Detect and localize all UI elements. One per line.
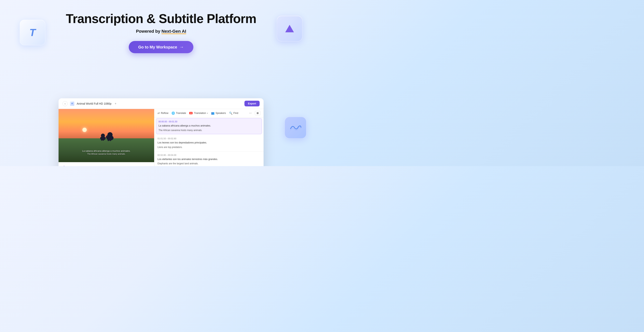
chevron-down-icon: ▾ xyxy=(207,112,208,114)
ai-badge: AI xyxy=(189,112,192,114)
transcript-row-3[interactable]: 02:02.80 - 00:04.00 Los elefantes son lo… xyxy=(154,152,264,166)
elephant-silhouette xyxy=(98,130,114,142)
video-panel: La sabana africana alberga a muchos anim… xyxy=(58,109,154,166)
back-button[interactable]: ‹ xyxy=(62,101,68,106)
svg-rect-2 xyxy=(103,137,104,141)
reflow-icon: ⇄ xyxy=(158,111,160,115)
translation-button[interactable]: AI Translation ▾ xyxy=(189,112,208,114)
more-options-button[interactable]: ··· xyxy=(249,111,252,115)
page-title: Transcription & Subtitle Platform xyxy=(66,12,256,26)
subtitle-line2: The African savanna hosts many animals. xyxy=(63,153,150,155)
app-header: ‹ W Animal World Full HD 1080p + Export xyxy=(58,98,264,109)
hero-section: Transcription & Subtitle Platform Powere… xyxy=(0,0,322,53)
find-button[interactable]: 🔍 Find xyxy=(229,111,238,115)
speakers-icon: 👥 xyxy=(211,111,214,115)
squiggle-icon xyxy=(290,124,302,132)
timestamp-1: 00:00.00 - 00:01.50 xyxy=(158,120,260,123)
transcript-toolbar: ⇄ Reflow 🌐 Translate AI Translation ▾ 👥 … xyxy=(154,109,264,117)
add-tab-button[interactable]: + xyxy=(114,102,116,105)
transcript-text-en-2: Lions are top predators. xyxy=(158,145,260,149)
transcript-content: 00:00.00 - 00:01.50 La sabana africana a… xyxy=(154,117,264,166)
translate-button[interactable]: 🌐 Translate xyxy=(172,111,186,115)
video-timeline[interactable]: 00:00:04 xyxy=(58,162,154,166)
subtitle-line1: La sabana africana alberga a muchos anim… xyxy=(63,149,150,153)
float-icon-bottom-right xyxy=(285,117,306,138)
transcript-row-1[interactable]: 00:00.00 - 00:01.50 La sabana africana a… xyxy=(156,118,262,134)
app-body: La sabana africana alberga a muchos anim… xyxy=(58,109,264,166)
video-display: La sabana africana alberga a muchos anim… xyxy=(58,109,154,162)
app-header-left: ‹ W Animal World Full HD 1080p + xyxy=(62,101,116,106)
transcript-text-en-1: The African savanna hosts many animals. xyxy=(158,128,260,132)
translate-icon: 🌐 xyxy=(172,111,175,115)
cta-label: Go to My Workspace xyxy=(138,45,177,49)
transcript-text-es-1: La sabana africana alberga a muchos anim… xyxy=(158,124,260,128)
subtitle-overlay: La sabana africana alberga a muchos anim… xyxy=(63,149,150,155)
app-preview: ‹ W Animal World Full HD 1080p + Export xyxy=(58,98,264,166)
reflow-button[interactable]: ⇄ Reflow xyxy=(158,111,168,115)
transcript-text-es-2: Los leones son los depredadores principa… xyxy=(158,141,260,145)
arrow-right-icon: → xyxy=(180,44,184,50)
hero-subtitle: Powered by Next-Gen AI xyxy=(136,29,186,34)
file-icon: W xyxy=(70,101,74,106)
back-icon: ‹ xyxy=(65,102,66,105)
view-toggle-button[interactable]: ⊞ xyxy=(255,111,260,115)
view-icon: ⊞ xyxy=(257,112,259,114)
speakers-button[interactable]: 👥 Speakers xyxy=(211,111,226,115)
search-icon: 🔍 xyxy=(229,111,232,115)
svg-point-4 xyxy=(101,136,102,139)
file-name-label: Animal World Full HD 1080p xyxy=(77,102,111,105)
transcript-text-es-3: Los elefantes son los animales terrestre… xyxy=(158,157,260,161)
workspace-button[interactable]: Go to My Workspace → xyxy=(129,41,193,53)
timeline-thumb[interactable] xyxy=(63,166,65,166)
transcript-panel: ⇄ Reflow 🌐 Translate AI Translation ▾ 👥 … xyxy=(154,109,264,166)
export-button[interactable]: Export xyxy=(244,101,260,106)
timestamp-3: 02:02.80 - 00:04.00 xyxy=(158,154,260,156)
sun-element xyxy=(82,128,87,132)
transcript-row-2[interactable]: 01:01.50 - 00:02.80 Los leones son los d… xyxy=(154,135,264,152)
svg-rect-7 xyxy=(110,137,111,141)
transcript-text-en-3: Elephants are the largest land animals. xyxy=(158,162,260,165)
timestamp-2: 01:01.50 - 00:02.80 xyxy=(158,137,260,140)
timeline-time-display: 00:00:04 xyxy=(143,166,152,166)
